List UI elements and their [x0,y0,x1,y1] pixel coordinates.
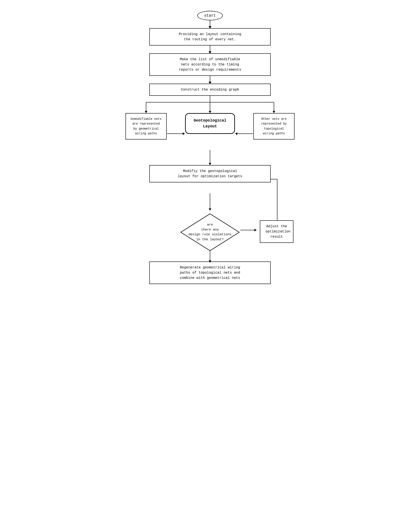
start-oval: start [197,11,223,20]
svg-marker-18 [209,260,211,263]
adjust-box: Adjust theoptimizationresult [260,220,293,243]
flowchart: start Providing an layout containingthe … [126,4,294,293]
arrow-1 [210,20,210,28]
svg-marker-12 [235,132,237,135]
svg-marker-16 [209,208,211,211]
svg-marker-8 [273,111,275,113]
providing-text: Providing an layout containingthe routin… [179,32,241,41]
providing-box: Providing an layout containingthe routin… [149,28,271,45]
start-label: start [204,13,216,18]
arrow-2 [210,45,210,53]
right-side-box: Other nets arerepresented bytopologicalw… [253,113,294,139]
unmodifiable-list-box: Make the list of unmodifiablenets accord… [149,53,271,76]
unmodifiable-list-text: Make the list of unmodifiablenets accord… [179,57,241,72]
modify-box: Modifiy the geotopologicallayout for opt… [149,165,271,183]
middle-section: Unmodifiable netsare representedby geome… [126,96,294,165]
svg-marker-1 [209,111,211,113]
diamond-text: arethere anydesign rule violationsin the… [189,223,231,241]
modify-text: Modifiy the geotopologicallayout for opt… [178,169,242,178]
svg-marker-10 [183,132,185,135]
svg-marker-20 [255,229,257,231]
modify-section: Modifiy the geotopologicallayout for opt… [126,165,294,282]
svg-marker-14 [209,163,211,165]
left-side-box: Unmodifiable netsare representedby geome… [126,113,167,139]
encoding-graph-text: Construct the encoding graph [181,88,239,92]
left-box-text: Unmodifiable netsare representedby geome… [131,117,162,135]
encoding-graph-box: Construct the encoding graph [149,84,271,96]
geo-layout-text: GeotopologicalLayout [194,118,226,128]
arrow-3 [210,76,210,84]
svg-marker-5 [145,111,147,113]
adjust-text: Adjust theoptimizationresult [266,224,290,239]
right-box-text: Other nets arerepresented bytopologicalw… [261,117,287,135]
geo-layout-box: GeotopologicalLayout [185,113,235,134]
diamond-shape: arethere anydesign rule violationsin the… [180,211,240,254]
